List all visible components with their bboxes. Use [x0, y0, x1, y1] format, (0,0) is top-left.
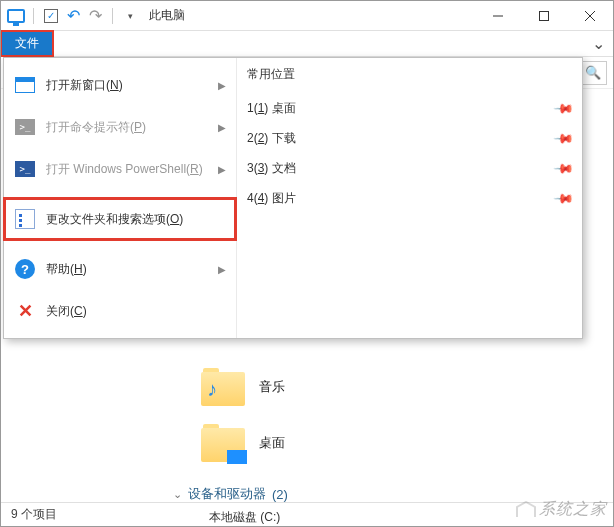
- folder-label: 音乐: [259, 378, 285, 396]
- frequent-header: 常用位置: [247, 66, 572, 83]
- title-bar: ✓ ↶ ↷ ▾ 此电脑: [1, 1, 613, 31]
- pin-icon[interactable]: 📌: [553, 157, 575, 179]
- menu-item-label: 打开命令提示符(P): [46, 119, 146, 136]
- music-folder-icon: ♪: [201, 368, 245, 406]
- window-title: 此电脑: [149, 7, 185, 24]
- close-icon: ✕: [14, 300, 36, 322]
- frequent-location[interactable]: 2(2) 下载📌: [247, 123, 572, 153]
- divider: [112, 8, 113, 24]
- section-title: 设备和驱动器: [188, 485, 266, 503]
- undo-icon[interactable]: ↶: [64, 7, 82, 25]
- window-controls: [475, 1, 613, 31]
- status-bar: 9 个项目: [1, 502, 613, 526]
- qat-dropdown-icon[interactable]: ▾: [121, 7, 139, 25]
- chevron-down-icon: ⌄: [173, 488, 182, 501]
- ps-icon: >_: [14, 158, 36, 180]
- search-icon: 🔍: [585, 65, 601, 80]
- submenu-arrow-icon: ▶: [218, 122, 226, 133]
- file-menu-item: >_打开命令提示符(P)▶: [4, 106, 236, 148]
- frequent-location[interactable]: 3(3) 文档📌: [247, 153, 572, 183]
- divider: [33, 8, 34, 24]
- devices-section-header[interactable]: ⌄ 设备和驱动器 (2): [173, 485, 613, 503]
- quick-access-toolbar: ✓ ↶ ↷ ▾: [7, 7, 139, 25]
- desktop-folder-icon: [201, 424, 245, 462]
- file-menu-item: >_打开 Windows PowerShell(R)▶: [4, 148, 236, 190]
- pin-icon[interactable]: 📌: [553, 97, 575, 119]
- frequent-location[interactable]: 4(4) 图片📌: [247, 183, 572, 213]
- help-icon: ?: [14, 258, 36, 280]
- close-button[interactable]: [567, 1, 613, 31]
- file-menu-item[interactable]: 更改文件夹和搜索选项(O): [4, 198, 236, 240]
- cmd-icon: >_: [14, 116, 36, 138]
- location-label: 4(4) 图片: [247, 190, 296, 207]
- file-menu-dropdown: 打开新窗口(N)▶>_打开命令提示符(P)▶>_打开 Windows Power…: [3, 57, 583, 339]
- location-label: 2(2) 下载: [247, 130, 296, 147]
- menu-item-label: 更改文件夹和搜索选项(O): [46, 211, 183, 228]
- pin-icon[interactable]: 📌: [553, 127, 575, 149]
- folder-item[interactable]: ♪ 音乐: [201, 359, 613, 415]
- menu-item-label: 关闭(C): [46, 303, 87, 320]
- submenu-arrow-icon: ▶: [218, 80, 226, 91]
- file-menu-item[interactable]: ✕关闭(C): [4, 290, 236, 332]
- minimize-button[interactable]: [475, 1, 521, 31]
- window-icon: [14, 74, 36, 96]
- svg-rect-1: [540, 11, 549, 20]
- options-icon: [14, 208, 36, 230]
- file-menu-right: 常用位置 1(1) 桌面📌2(2) 下载📌3(3) 文档📌4(4) 图片📌: [236, 58, 582, 338]
- item-count: 9 个项目: [11, 506, 57, 523]
- menu-item-label: 打开新窗口(N): [46, 77, 123, 94]
- submenu-arrow-icon: ▶: [218, 264, 226, 275]
- properties-checkbox-icon[interactable]: ✓: [42, 7, 60, 25]
- submenu-arrow-icon: ▶: [218, 164, 226, 175]
- location-label: 3(3) 文档: [247, 160, 296, 177]
- file-menu-item[interactable]: 打开新窗口(N)▶: [4, 64, 236, 106]
- folder-label: 桌面: [259, 434, 285, 452]
- frequent-location[interactable]: 1(1) 桌面📌: [247, 93, 572, 123]
- file-menu-item[interactable]: ?帮助(H)▶: [4, 248, 236, 290]
- pin-icon[interactable]: 📌: [553, 187, 575, 209]
- maximize-button[interactable]: [521, 1, 567, 31]
- search-input[interactable]: 🔍: [579, 61, 607, 85]
- ribbon-tabs: 文件 ⌄: [1, 31, 613, 57]
- expand-ribbon-icon[interactable]: ⌄: [583, 31, 613, 56]
- redo-icon[interactable]: ↷: [86, 7, 104, 25]
- location-label: 1(1) 桌面: [247, 100, 296, 117]
- file-menu-left: 打开新窗口(N)▶>_打开命令提示符(P)▶>_打开 Windows Power…: [4, 58, 236, 338]
- section-count: (2): [272, 487, 288, 502]
- menu-item-label: 帮助(H): [46, 261, 87, 278]
- file-tab[interactable]: 文件: [1, 31, 53, 56]
- folder-item[interactable]: 桌面: [201, 415, 613, 471]
- menu-item-label: 打开 Windows PowerShell(R): [46, 161, 203, 178]
- this-pc-icon: [7, 7, 25, 25]
